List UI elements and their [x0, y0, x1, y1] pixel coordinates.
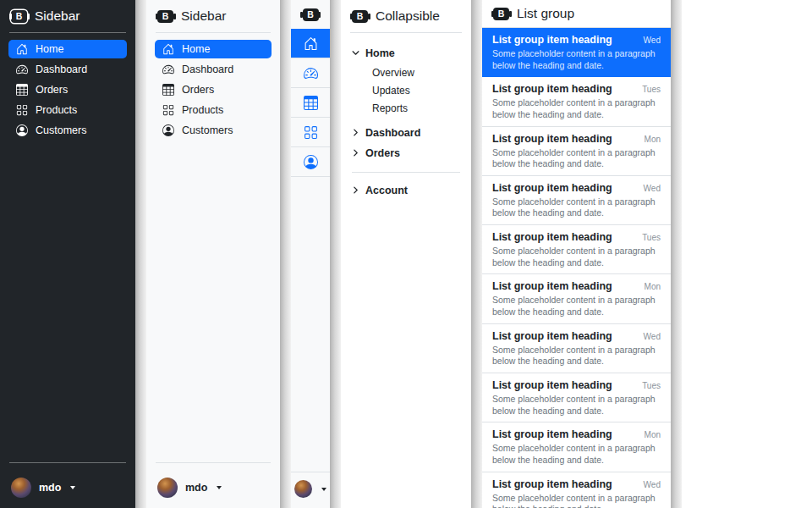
list-group-item[interactable]: List group item heading Mon Some placeho… — [482, 274, 671, 323]
brand-title: List group — [517, 6, 574, 21]
list-item-heading: List group item heading — [492, 34, 612, 47]
list-item-body: Some placeholder content in a paragraph … — [492, 196, 659, 219]
sidebar-item[interactable]: Products — [8, 101, 127, 119]
scrollbar[interactable] — [330, 0, 341, 508]
sidebar-item-label: Customers — [182, 124, 233, 136]
list-item-body: Some placeholder content in a paragraph … — [492, 345, 659, 367]
sidebars-examples-page: B Sidebar Home Dashboard Orders — [0, 0, 812, 508]
sidebar-item[interactable]: Products — [155, 101, 272, 119]
tree-item-dashboard[interactable]: Dashboard — [352, 123, 460, 143]
sidebar-item[interactable]: Customers — [8, 121, 127, 140]
sidebar-icon-item[interactable] — [291, 118, 330, 147]
sidebar-item[interactable]: Home — [8, 40, 127, 58]
brand-title: Collapsible — [376, 8, 440, 25]
brand-header[interactable]: B Sidebar — [0, 0, 135, 32]
sidebar-item[interactable]: Home — [155, 40, 272, 58]
sidebar-icon-item[interactable] — [291, 58, 330, 88]
avatar — [294, 480, 312, 498]
list-item-header-row: List group item heading Tues — [492, 379, 661, 392]
sidebar-icon-item[interactable] — [291, 147, 330, 177]
list-item-heading: List group item heading — [492, 231, 612, 244]
brand-title: Sidebar — [181, 8, 226, 25]
scrollbar[interactable] — [471, 0, 482, 508]
list-item-header-row: List group item heading Wed — [492, 478, 661, 491]
sidebar-item[interactable]: Customers — [155, 121, 272, 140]
sidebar-item-label: Customers — [36, 124, 86, 136]
list-item-header-row: List group item heading Mon — [492, 280, 661, 293]
list-group-item[interactable]: List group item heading Wed Some placeho… — [482, 176, 671, 225]
user-block: mdo — [146, 462, 280, 508]
list-item-header-row: List group item heading Tues — [492, 231, 661, 244]
house-icon — [16, 43, 28, 55]
sidebar-icon-item[interactable] — [291, 29, 330, 58]
sidebar-dark: B Sidebar Home Dashboard Orders — [0, 0, 135, 508]
scrollbar[interactable] — [135, 0, 146, 508]
brand-header[interactable]: B Collapsible — [341, 0, 471, 32]
list-item-date: Mon — [645, 282, 661, 291]
sidebar-item-label: Dashboard — [36, 64, 87, 75]
scrollbar[interactable] — [671, 0, 682, 508]
sidebar-item-label: Orders — [182, 84, 214, 96]
divider — [352, 172, 460, 173]
list-item-heading: List group item heading — [492, 133, 612, 146]
list-item-header-row: List group item heading Wed — [492, 34, 661, 47]
chevron-right-icon — [352, 186, 359, 194]
sidebar-item[interactable]: Orders — [155, 80, 272, 99]
chevron-right-icon — [352, 149, 359, 157]
tree-item-label: Orders — [365, 147, 400, 159]
list-group-item[interactable]: List group item heading Mon Some placeho… — [482, 422, 671, 472]
user-dropdown[interactable] — [291, 472, 330, 508]
list-group-item[interactable]: List group item heading Tues Some placeh… — [482, 225, 671, 274]
list-group-item[interactable]: List group item heading Wed Some placeho… — [482, 28, 671, 77]
list-group-item[interactable]: List group item heading Wed Some placeho… — [482, 324, 671, 373]
tree-sub-item[interactable]: Reports — [372, 100, 460, 118]
list-item-date: Tues — [642, 381, 661, 390]
sidebar-list-group: B List group List group item heading Wed… — [482, 0, 671, 508]
list-item-date: Mon — [645, 430, 661, 439]
tree-item-orders[interactable]: Orders — [352, 143, 460, 163]
table-icon — [162, 84, 174, 96]
list-item-header-row: List group item heading Wed — [492, 182, 661, 195]
tree-item-label: Home — [365, 47, 395, 59]
list-item-date: Tues — [642, 233, 661, 242]
user-block: mdo — [0, 462, 135, 508]
tree-sub-item[interactable]: Updates — [372, 82, 460, 100]
username: mdo — [185, 482, 207, 494]
user-dropdown[interactable]: mdo — [0, 470, 135, 508]
sidebar-icon-item[interactable] — [291, 88, 330, 118]
list-item-date: Mon — [645, 135, 661, 144]
tree-item-home[interactable]: Home — [352, 43, 460, 64]
sidebar-item[interactable]: Dashboard — [155, 60, 272, 79]
sidebar-nav: Home Dashboard Orders Products — [0, 40, 135, 462]
user-dropdown[interactable]: mdo — [146, 470, 280, 508]
tree-item-account[interactable]: Account — [352, 180, 460, 201]
bootstrap-logo-icon: B — [493, 8, 509, 20]
list-item-header-row: List group item heading Tues — [492, 83, 661, 96]
grid-icon — [16, 104, 28, 116]
brand-header[interactable]: B Sidebar — [146, 0, 280, 32]
sidebar-icons-only: B — [291, 0, 330, 508]
spacer — [291, 177, 330, 472]
sidebar-nav: Home Dashboard Orders Products — [146, 40, 280, 462]
tree-sub-item[interactable]: Overview — [372, 64, 460, 82]
scrollbar[interactable] — [280, 0, 291, 508]
collapsible-tree: Home Overview Updates Reports Dashboard … — [341, 40, 471, 508]
list-item-heading: List group item heading — [492, 280, 612, 293]
list-item-body: Some placeholder content in a paragraph … — [492, 147, 659, 170]
bootstrap-logo-icon: B — [303, 8, 319, 21]
bootstrap-logo-icon: B — [157, 10, 173, 23]
brand-header[interactable]: B List group — [482, 0, 671, 28]
list-item-date: Wed — [644, 332, 661, 341]
list-item-heading: List group item heading — [492, 478, 612, 491]
list-item-header-row: List group item heading Mon — [492, 428, 661, 441]
sidebar-item[interactable]: Dashboard — [8, 60, 127, 79]
speedometer-icon — [162, 64, 174, 75]
list-group-item[interactable]: List group item heading Tues Some placeh… — [482, 373, 671, 422]
sidebar-item[interactable]: Orders — [8, 80, 127, 99]
list-group-item[interactable]: List group item heading Mon Some placeho… — [482, 127, 671, 176]
brand-header[interactable]: B — [291, 0, 330, 29]
chevron-down-icon — [352, 49, 359, 57]
list-group-item[interactable]: List group item heading Wed Some placeho… — [482, 472, 671, 508]
list-group-item[interactable]: List group item heading Tues Some placeh… — [482, 77, 671, 126]
grid-icon — [304, 125, 318, 140]
